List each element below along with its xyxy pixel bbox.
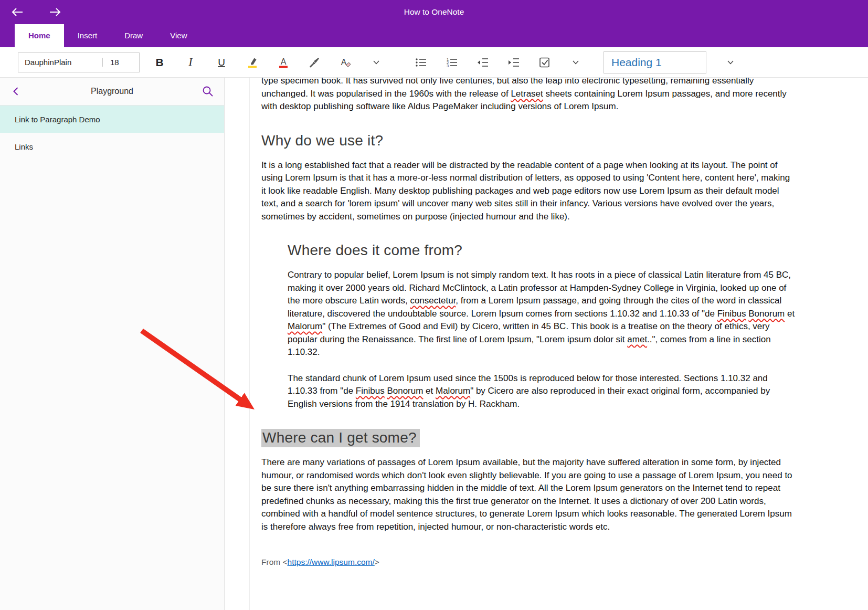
- chevron-down-icon: [373, 60, 379, 65]
- document-heading: Where does it come from?: [288, 242, 797, 259]
- ribbon-tabs: HomeInsertDrawView: [0, 24, 868, 47]
- footer-prefix: From <: [261, 558, 288, 566]
- misspelled-word: Malorum: [288, 321, 322, 331]
- font-name-select[interactable]: DauphinPlain: [18, 58, 102, 67]
- page-list-item[interactable]: Link to Paragraph Demo: [0, 106, 224, 133]
- numbered-list-button[interactable]: 1 2 3: [439, 51, 464, 74]
- titlebar: How to OneNote: [0, 0, 868, 24]
- misspelled-word: Bonorum: [387, 386, 423, 396]
- tab-insert[interactable]: Insert: [64, 24, 111, 47]
- decrease-indent-button[interactable]: [470, 51, 495, 74]
- tab-draw[interactable]: Draw: [111, 24, 156, 47]
- search-button[interactable]: [200, 83, 216, 99]
- format-painter-button[interactable]: [302, 51, 327, 74]
- page-list: Link to Paragraph DemoLinks: [0, 106, 224, 160]
- document-sections: Why do we use it?It is a long establishe…: [261, 132, 797, 534]
- misspelled-word: Finibus: [717, 309, 746, 319]
- font-options-dropdown[interactable]: [364, 51, 389, 74]
- italic-button[interactable]: I: [178, 51, 203, 74]
- misspelled-word: Malorum: [436, 386, 470, 396]
- bold-button[interactable]: B: [147, 51, 172, 74]
- font-color-button[interactable]: A: [271, 51, 296, 74]
- chevron-down-icon: [573, 60, 579, 65]
- formatting-toolbar: DauphinPlain 18 B I U A A: [0, 47, 868, 78]
- clear-formatting-button[interactable]: A: [333, 51, 358, 74]
- styles-dropdown[interactable]: [718, 51, 743, 74]
- chevron-down-icon: [727, 60, 734, 65]
- bullet-list-button[interactable]: [408, 51, 433, 74]
- misspelled-word: consectetur: [410, 296, 456, 306]
- page-list-item[interactable]: Links: [0, 133, 224, 160]
- font-color-icon: A: [277, 56, 290, 69]
- chevron-left-icon: [13, 87, 19, 96]
- document-paragraph-partial: type specimen book. It has survived not …: [261, 78, 797, 113]
- document-paragraph: There are many variations of passages of…: [261, 456, 797, 533]
- style-selected-label: Heading 1: [611, 56, 662, 69]
- note-page[interactable]: type specimen book. It has survived not …: [249, 78, 868, 610]
- misspelled-word: Letraset: [511, 89, 543, 99]
- section-title: Playground: [0, 87, 224, 96]
- highlighter-icon: [246, 56, 259, 69]
- increase-indent-icon: [507, 56, 520, 69]
- source-link[interactable]: https://www.lipsum.com/: [288, 558, 375, 566]
- svg-text:3: 3: [447, 63, 449, 68]
- tab-view[interactable]: View: [156, 24, 200, 47]
- highlighted-heading-text: Where can I get some?: [261, 429, 420, 447]
- footer-suffix: >: [375, 558, 379, 566]
- note-canvas[interactable]: type specimen book. It has survived not …: [225, 78, 868, 610]
- note-text-column: type specimen book. It has survived not …: [261, 78, 797, 567]
- italic-icon: I: [189, 56, 193, 69]
- document-paragraph: The standard chunk of Lorem Ipsum used s…: [288, 372, 797, 411]
- style-select[interactable]: Heading 1: [604, 51, 706, 73]
- font-size-select[interactable]: 18: [102, 58, 139, 67]
- checkbox-icon: [538, 56, 551, 69]
- document-heading: Where can I get some?: [261, 429, 797, 446]
- search-icon: [202, 85, 214, 98]
- document-heading: Why do we use it?: [261, 132, 797, 149]
- tab-home[interactable]: Home: [15, 24, 64, 47]
- increase-indent-button[interactable]: [501, 51, 526, 74]
- page-sidebar: Playground Link to Paragraph DemoLinks: [0, 78, 225, 610]
- misspelled-word: Finibus: [356, 386, 385, 396]
- todo-tag-button[interactable]: [532, 51, 557, 74]
- numbered-list-icon: 1 2 3: [446, 56, 458, 69]
- misspelled-word: amet: [627, 334, 647, 344]
- bold-icon: B: [155, 56, 163, 69]
- decrease-indent-icon: [477, 56, 489, 69]
- format-painter-icon: [308, 56, 321, 69]
- svg-text:A: A: [281, 57, 287, 66]
- source-footer: From <https://www.lipsum.com/>: [261, 558, 797, 567]
- document-paragraph: It is a long established fact that a rea…: [261, 159, 797, 224]
- clear-formatting-icon: A: [339, 56, 352, 69]
- underline-button[interactable]: U: [209, 51, 234, 74]
- bullet-list-icon: [415, 56, 427, 69]
- misspelled-word: Bonorum: [748, 309, 785, 319]
- underline-icon: U: [218, 57, 225, 68]
- highlighter-button[interactable]: [240, 51, 265, 74]
- window-title: How to OneNote: [0, 7, 868, 17]
- font-combo: DauphinPlain 18: [18, 52, 140, 72]
- sidebar-header: Playground: [0, 78, 224, 106]
- paragraph-options-dropdown[interactable]: [563, 51, 588, 74]
- document-paragraph: Contrary to popular belief, Lorem Ipsum …: [288, 269, 797, 359]
- sidebar-back-button[interactable]: [8, 84, 23, 99]
